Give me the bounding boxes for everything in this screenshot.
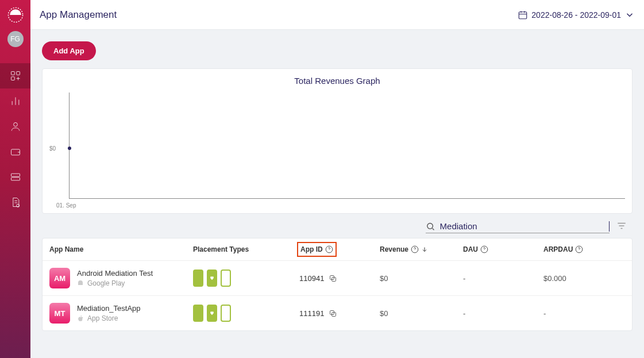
table-header: App Name Placement Types App ID Revenue … [43, 238, 632, 260]
col-placement-types[interactable]: Placement Types [193, 245, 299, 253]
app-icon-badge: AM [49, 268, 70, 288]
nav-servers[interactable] [0, 164, 30, 190]
svg-rect-6 [11, 174, 20, 176]
col-app-id[interactable]: App ID [297, 242, 337, 257]
date-range-picker[interactable]: 2022-08-26 - 2022-09-01 [518, 10, 635, 20]
search-input[interactable]: Mediation [440, 221, 610, 231]
arpdau-cell: - [543, 309, 627, 318]
android-icon [77, 280, 84, 287]
y-axis [69, 93, 70, 199]
header: App Management 2022-08-26 - 2022-09-01 [30, 0, 644, 30]
chevron-down-icon [624, 10, 635, 20]
app-cell[interactable]: AM Android Mediation Test Google Play [49, 268, 193, 288]
app-name: Mediation_TestApp [77, 304, 141, 313]
nav-wallet[interactable] [0, 139, 30, 164]
table-row: MT Mediation_TestApp App Store 111191 $0 [43, 295, 632, 330]
col-app-name[interactable]: App Name [49, 245, 193, 253]
filter-icon [616, 221, 627, 231]
help-icon [480, 245, 488, 253]
x-axis [69, 198, 625, 199]
svg-rect-1 [11, 72, 14, 75]
sort-down-icon [421, 246, 428, 253]
placement-types-cell [193, 270, 299, 287]
svg-rect-3 [11, 77, 14, 80]
text-cursor [609, 221, 610, 232]
copy-icon[interactable] [329, 309, 337, 318]
brand-logo [7, 7, 24, 23]
placement-banner-icon [193, 305, 203, 322]
apps-icon [10, 70, 21, 82]
apps-table: App Name Placement Types App ID Revenue … [42, 238, 633, 331]
chart-area: $0 [60, 93, 625, 199]
col-arpdau[interactable]: ARPDAU [543, 245, 627, 253]
help-icon [575, 245, 583, 253]
search-box[interactable]: Mediation [426, 221, 610, 233]
arpdau-cell: $0.000 [543, 274, 627, 283]
filter-button[interactable] [616, 221, 627, 233]
table-row: AM Android Mediation Test Google Play 11… [43, 260, 632, 295]
col-dau[interactable]: DAU [463, 245, 543, 253]
help-icon [411, 245, 419, 253]
placement-rewarded-icon [221, 270, 231, 287]
bar-chart-icon [10, 95, 21, 107]
dau-cell: - [463, 274, 543, 283]
chart-point [68, 147, 71, 150]
page-title: App Management [40, 9, 117, 21]
row-menu-button[interactable]: ⋮ [627, 273, 633, 284]
add-app-button[interactable]: Add App [42, 41, 96, 60]
x-axis-label: 01. Sep [56, 202, 625, 209]
row-menu-button[interactable]: ⋮ [627, 308, 633, 319]
dau-cell: - [463, 309, 543, 318]
document-icon [10, 197, 21, 208]
placement-interstitial-icon [207, 270, 217, 287]
revenue-cell: $0 [380, 309, 463, 318]
nav-analytics[interactable] [0, 88, 30, 114]
placement-types-cell [193, 305, 299, 322]
svg-rect-7 [11, 178, 20, 180]
search-icon [426, 221, 435, 232]
search-row: Mediation [42, 214, 633, 238]
svg-rect-9 [519, 11, 527, 18]
app-cell[interactable]: MT Mediation_TestApp App Store [49, 303, 193, 324]
nav-documents[interactable] [0, 190, 30, 215]
user-avatar[interactable]: FG [7, 31, 24, 47]
apple-icon [77, 315, 84, 322]
app-icon-badge: MT [49, 303, 70, 324]
user-icon [10, 121, 21, 132]
nav-apps[interactable] [0, 63, 30, 88]
revenue-cell: $0 [380, 274, 463, 283]
svg-point-4 [13, 122, 17, 126]
date-range-text: 2022-08-26 - 2022-09-01 [531, 10, 621, 20]
main-content: Add App Total Revenues Graph $0 01. Sep … [30, 30, 644, 358]
svg-rect-2 [16, 72, 20, 75]
calendar-icon [518, 10, 528, 20]
nav-users[interactable] [0, 114, 30, 139]
app-id-cell: 111191 [299, 309, 380, 318]
placement-banner-icon [193, 270, 203, 287]
server-icon [10, 171, 21, 183]
help-icon [325, 245, 333, 253]
sidebar: FG [0, 0, 30, 358]
col-revenue[interactable]: Revenue [380, 245, 463, 253]
app-id-cell: 110941 [299, 274, 380, 283]
copy-icon[interactable] [329, 274, 337, 283]
wallet-icon [10, 146, 21, 157]
chart-title: Total Revenues Graph [49, 76, 625, 86]
chart-card: Total Revenues Graph $0 01. Sep [42, 68, 633, 214]
app-store: Google Play [77, 279, 153, 287]
placement-interstitial-icon [207, 305, 217, 322]
app-store: App Store [77, 314, 141, 322]
placement-rewarded-icon [221, 305, 231, 322]
app-name: Android Mediation Test [77, 269, 153, 278]
svg-point-10 [427, 223, 433, 229]
y-axis-label: $0 [49, 145, 56, 152]
